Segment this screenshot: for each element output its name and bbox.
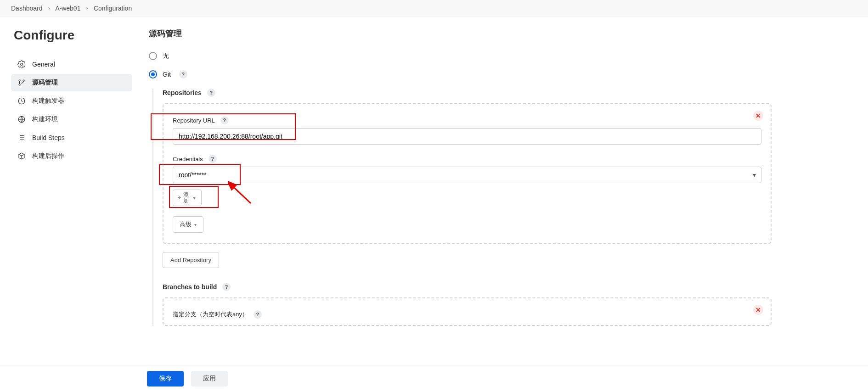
- sidebar-item-env[interactable]: 构建环境: [11, 111, 132, 128]
- sidebar-item-label: 构建后操作: [32, 152, 64, 160]
- delete-branch-button[interactable]: ✕: [753, 305, 763, 315]
- svg-point-3: [23, 80, 24, 81]
- box-icon: [17, 152, 26, 160]
- button-label: 添加: [183, 192, 189, 204]
- help-icon[interactable]: ?: [209, 155, 217, 163]
- add-credentials-button[interactable]: + 添加 ▼: [173, 190, 202, 206]
- sidebar-item-steps[interactable]: Build Steps: [11, 129, 132, 146]
- svg-point-1: [19, 80, 20, 81]
- sidebar-item-triggers[interactable]: 构建触发器: [11, 92, 132, 110]
- label-text: 指定分支（为空时代表any）: [173, 310, 248, 319]
- help-icon[interactable]: ?: [222, 283, 231, 291]
- scm-git-option[interactable]: Git ?: [149, 70, 772, 78]
- annotation-arrow: [228, 180, 255, 208]
- sidebar-item-label: Build Steps: [32, 134, 65, 141]
- clock-icon: [17, 97, 26, 105]
- repositories-label: Repositories ?: [163, 89, 772, 97]
- svg-point-0: [21, 63, 23, 66]
- list-icon: [17, 134, 26, 142]
- radio-label: 无: [163, 52, 169, 60]
- scm-none-option[interactable]: 无: [149, 52, 772, 60]
- repository-block: ✕ Repository URL ? Credentials ?: [163, 103, 772, 244]
- breadcrumb-item[interactable]: Dashboard: [11, 5, 43, 12]
- radio-icon[interactable]: [149, 52, 157, 60]
- label-text: Branches to build: [163, 283, 217, 291]
- footer-bar: 保存 应用: [0, 365, 868, 381]
- chevron-down-icon: ▾: [194, 222, 197, 227]
- sidebar-item-post[interactable]: 构建后操作: [11, 147, 132, 165]
- breadcrumb-item[interactable]: Configuration: [94, 5, 132, 12]
- chevron-right-icon: ›: [48, 5, 50, 12]
- sidebar: Configure General 源码管理 构建触发器 构建环境: [0, 17, 138, 381]
- help-icon[interactable]: ?: [179, 70, 187, 78]
- chevron-down-icon: ▼: [192, 196, 197, 201]
- sidebar-item-label: 源码管理: [32, 78, 58, 87]
- plus-icon: +: [178, 195, 181, 201]
- label-text: Repository URL: [173, 117, 215, 124]
- branch-icon: [17, 78, 26, 87]
- sidebar-item-label: 构建触发器: [32, 97, 64, 105]
- add-repository-button[interactable]: Add Repository: [163, 252, 219, 268]
- radio-icon[interactable]: [149, 70, 157, 78]
- save-button[interactable]: 保存: [147, 371, 184, 381]
- gear-icon: [17, 60, 26, 68]
- breadcrumb: Dashboard › A-web01 › Configuration: [0, 0, 868, 17]
- svg-point-2: [19, 84, 20, 85]
- chevron-right-icon: ›: [86, 5, 88, 12]
- branch-spec-label: 指定分支（为空时代表any） ?: [173, 310, 761, 319]
- sidebar-item-scm[interactable]: 源码管理: [11, 74, 132, 91]
- breadcrumb-item[interactable]: A-web01: [55, 5, 80, 12]
- globe-icon: [17, 115, 26, 123]
- credentials-select[interactable]: [173, 167, 761, 183]
- main-content: 源码管理 无 Git ? Repositories ? ✕: [138, 17, 827, 381]
- sidebar-item-general[interactable]: General: [11, 56, 132, 73]
- section-title: 源码管理: [149, 28, 772, 39]
- repo-url-input[interactable]: [173, 128, 761, 145]
- sidebar-item-label: 构建环境: [32, 115, 58, 123]
- help-icon[interactable]: ?: [207, 89, 215, 97]
- close-icon: ✕: [755, 306, 761, 314]
- branch-block: ✕ 指定分支（为空时代表any） ?: [163, 297, 772, 326]
- label-text: Credentials: [173, 156, 203, 162]
- repo-url-label: Repository URL ?: [173, 116, 761, 124]
- branches-label: Branches to build ?: [163, 283, 772, 291]
- apply-button[interactable]: 应用: [191, 371, 228, 381]
- credentials-label: Credentials ?: [173, 155, 761, 163]
- radio-label: Git: [163, 71, 171, 78]
- label-text: Repositories: [163, 89, 202, 96]
- help-icon[interactable]: ?: [254, 310, 262, 319]
- svg-line-12: [232, 186, 251, 203]
- sidebar-item-label: General: [32, 61, 55, 68]
- advanced-button[interactable]: 高级 ▾: [173, 216, 203, 233]
- button-label: 高级: [180, 220, 192, 229]
- page-title: Configure: [11, 28, 132, 43]
- help-icon[interactable]: ?: [220, 116, 229, 124]
